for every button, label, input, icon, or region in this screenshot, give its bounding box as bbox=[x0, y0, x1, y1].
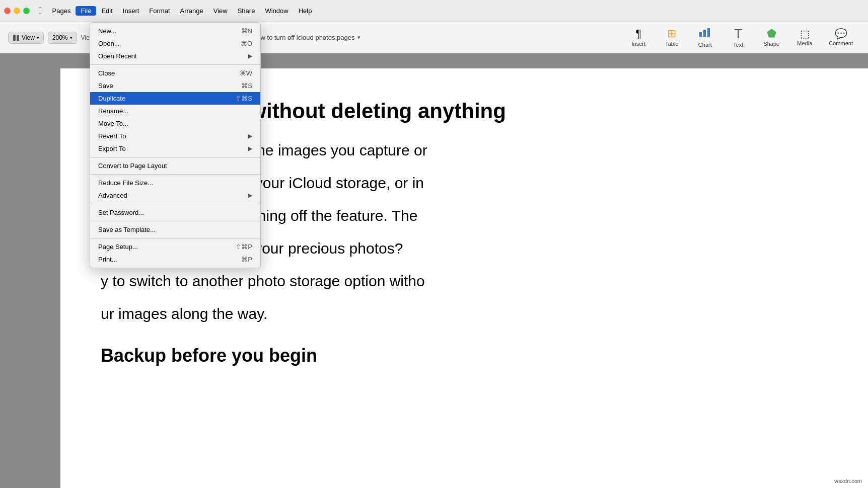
menu-duplicate[interactable]: Duplicate ⇧⌘S bbox=[90, 92, 260, 105]
menubar-item-edit[interactable]: Edit bbox=[96, 6, 117, 16]
media-icon: ⬚ bbox=[800, 29, 810, 39]
menu-advanced[interactable]: Advanced ▶ bbox=[90, 189, 260, 202]
shape-label: Shape bbox=[763, 41, 779, 47]
file-menu-dropdown: New... ⌘N Open... ⌘O Open Recent ▶ Close… bbox=[90, 22, 261, 268]
shortcut-print: ⌘P bbox=[241, 256, 252, 263]
window-controls bbox=[0, 8, 34, 14]
zoom-button[interactable]: 200% ▾ bbox=[48, 32, 77, 44]
apple-menu[interactable]:  bbox=[34, 6, 47, 16]
shortcut-new: ⌘N bbox=[241, 27, 252, 35]
insert-button[interactable]: ¶ Insert bbox=[622, 25, 655, 50]
chart-button[interactable]: Chart bbox=[689, 24, 721, 51]
svg-rect-4 bbox=[707, 28, 710, 37]
menubar-item-format[interactable]: Format bbox=[144, 6, 175, 16]
menu-save[interactable]: Save ⌘S bbox=[90, 79, 260, 92]
svg-rect-2 bbox=[699, 32, 702, 37]
menubar-item-view[interactable]: View bbox=[208, 6, 233, 16]
toolbar-buttons: ¶ Insert ⊞ Table Chart T Text ⬟ Shape bbox=[622, 24, 860, 51]
menu-reduce[interactable]: Reduce File Size... bbox=[90, 177, 260, 189]
document-para6: ur images along the way. bbox=[101, 302, 828, 325]
shortcut-duplicate: ⇧⌘S bbox=[236, 95, 252, 102]
shortcut-close: ⌘W bbox=[240, 69, 252, 77]
separator-5 bbox=[90, 221, 260, 221]
shortcut-save: ⌘S bbox=[241, 82, 252, 90]
shortcut-open: ⌘O bbox=[241, 40, 252, 47]
menubar-item-pages[interactable]: Pages bbox=[47, 6, 76, 16]
menu-print[interactable]: Print... ⌘P bbox=[90, 253, 260, 266]
menu-set-password[interactable]: Set Password... bbox=[90, 206, 260, 219]
menu-open-recent[interactable]: Open Recent ▶ bbox=[90, 50, 260, 62]
top-bar:  Pages File Edit Insert Format Arrange … bbox=[0, 0, 868, 22]
chart-icon bbox=[698, 27, 711, 40]
fullscreen-window-button[interactable] bbox=[23, 8, 30, 14]
insert-label: Insert bbox=[632, 41, 646, 47]
svg-rect-0 bbox=[13, 35, 16, 41]
comment-button[interactable]: 💬 Comment bbox=[822, 26, 860, 49]
arrow-advanced: ▶ bbox=[248, 192, 252, 199]
text-label: Text bbox=[733, 42, 743, 48]
shortcut-page-setup: ⇧⌘P bbox=[236, 243, 252, 251]
menu-open[interactable]: Open... ⌘O bbox=[90, 37, 260, 50]
arrow-open-recent: ▶ bbox=[248, 53, 252, 59]
menu-page-setup[interactable]: Page Setup... ⇧⌘P bbox=[90, 240, 260, 253]
menubar-item-arrange[interactable]: Arrange bbox=[175, 6, 208, 16]
title-chevron[interactable]: ▾ bbox=[357, 34, 360, 41]
watermark: wsxdn.com bbox=[834, 478, 862, 484]
text-icon: T bbox=[734, 27, 742, 40]
text-button[interactable]: T Text bbox=[722, 24, 754, 51]
menubar-item-file[interactable]: File bbox=[76, 6, 96, 16]
doc-title: How to turn off icloud photos.pages bbox=[252, 34, 355, 41]
menu-rename[interactable]: Rename... bbox=[90, 105, 260, 117]
menubar-item-share[interactable]: Share bbox=[233, 6, 260, 16]
table-label: Table bbox=[665, 41, 678, 47]
separator-6 bbox=[90, 238, 260, 238]
menu-revert-to[interactable]: Revert To ▶ bbox=[90, 130, 260, 142]
menu-move-to[interactable]: Move To... bbox=[90, 117, 260, 130]
document-para5: y to switch to another photo storage opt… bbox=[101, 270, 828, 292]
separator-3 bbox=[90, 174, 260, 175]
insert-icon: ¶ bbox=[635, 28, 641, 39]
shape-button[interactable]: ⬟ Shape bbox=[755, 25, 787, 50]
svg-rect-1 bbox=[17, 35, 19, 41]
media-button[interactable]: ⬚ Media bbox=[788, 26, 821, 49]
separator-2 bbox=[90, 157, 260, 157]
shape-icon: ⬟ bbox=[767, 28, 776, 39]
view-button[interactable]: View ▾ bbox=[8, 32, 44, 44]
document-subheading: Backup before you begin bbox=[101, 345, 828, 366]
minimize-window-button[interactable] bbox=[14, 8, 20, 14]
view-chevron: ▾ bbox=[37, 35, 39, 40]
comment-icon: 💬 bbox=[835, 29, 847, 39]
menubar-item-help[interactable]: Help bbox=[294, 6, 317, 16]
menu-close[interactable]: Close ⌘W bbox=[90, 67, 260, 79]
menubar-item-insert[interactable]: Insert bbox=[118, 6, 144, 16]
media-label: Media bbox=[797, 40, 812, 46]
menu-new[interactable]: New... ⌘N bbox=[90, 25, 260, 37]
view-label: View bbox=[22, 34, 35, 41]
menubar-item-window[interactable]: Window bbox=[260, 6, 293, 16]
zoom-label: 200% bbox=[52, 34, 68, 41]
view-icon bbox=[13, 34, 20, 41]
separator-1 bbox=[90, 64, 260, 65]
comment-label: Comment bbox=[829, 40, 853, 46]
chart-label: Chart bbox=[698, 42, 712, 48]
menu-export-to[interactable]: Export To ▶ bbox=[90, 142, 260, 155]
arrow-export: ▶ bbox=[248, 145, 252, 152]
table-icon: ⊞ bbox=[667, 28, 676, 39]
separator-4 bbox=[90, 204, 260, 204]
zoom-chevron: ▾ bbox=[70, 35, 73, 40]
arrow-revert: ▶ bbox=[248, 133, 252, 139]
menu-save-template[interactable]: Save as Template... bbox=[90, 223, 260, 236]
table-button[interactable]: ⊞ Table bbox=[656, 25, 688, 50]
menu-convert[interactable]: Convert to Page Layout bbox=[90, 159, 260, 172]
svg-rect-3 bbox=[703, 30, 706, 37]
close-window-button[interactable] bbox=[4, 8, 11, 14]
